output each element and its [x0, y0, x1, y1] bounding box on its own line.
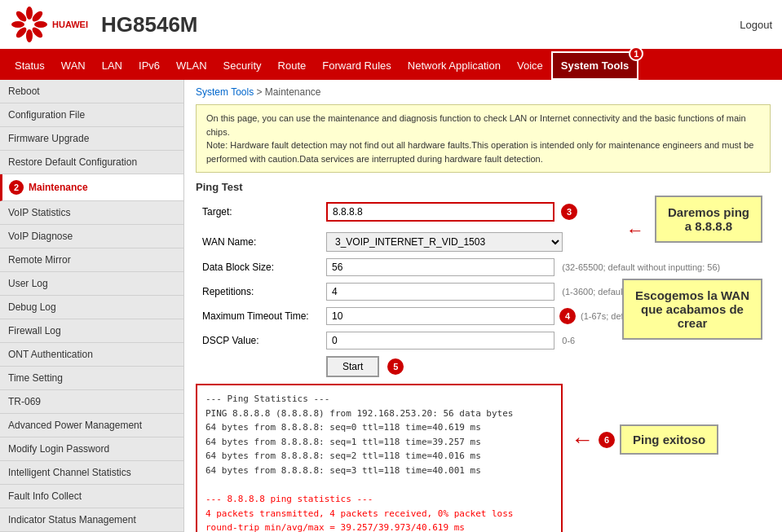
nav-item-route[interactable]: Route	[270, 53, 315, 78]
breadcrumb-current: Maintenance	[265, 86, 321, 98]
dscp-hint: 0-6	[562, 336, 575, 345]
timeout-input[interactable]	[326, 307, 554, 325]
callout-ping-exitoso: Ping exitoso	[620, 424, 718, 455]
svg-point-4	[26, 29, 33, 42]
ping-badge-5: 5	[387, 358, 404, 375]
sidebar-item-voip-diagnose[interactable]: VoIP Diagnose	[0, 225, 183, 248]
ping-target-cell: 3	[326, 198, 577, 226]
ping-output-line-1: --- Ping Statistics ---	[205, 392, 553, 407]
start-button[interactable]: Start	[326, 356, 379, 377]
ping-badge-4: 4	[559, 308, 576, 324]
info-box-text: On this page, you can use the maintenanc…	[206, 113, 753, 164]
arrow-left-icon: ←	[571, 429, 594, 451]
wan-name-label: WAN Name:	[196, 229, 326, 255]
brand-label: HUAWEI	[52, 20, 88, 29]
svg-point-0	[26, 7, 33, 20]
nav-item-wan[interactable]: WAN	[53, 53, 94, 78]
ping-output-wrapper: --- Ping Statistics --- PING 8.8.8.8 (8.…	[196, 384, 771, 532]
callout-escogemos-wan: Escogemos la WANque acabamos decrear	[622, 279, 762, 340]
ping-output-stats-2: round-trip min/avg/max = 39.257/39.973/4…	[205, 521, 553, 532]
ping-output: --- Ping Statistics --- PING 8.8.8.8 (8.…	[196, 384, 563, 532]
logout-button[interactable]: Logout	[740, 19, 772, 31]
huawei-logo-icon	[10, 5, 49, 44]
sidebar-item-fault-info[interactable]: Fault Info Collect	[0, 485, 183, 508]
nav-item-ipv6[interactable]: IPv6	[130, 53, 168, 78]
info-box: On this page, you can use the maintenanc…	[196, 104, 771, 173]
sidebar-item-modify-password[interactable]: Modify Login Password	[0, 437, 183, 461]
svg-point-3	[30, 25, 44, 39]
ping-output-line-4: 64 bytes from 8.8.8.8: seq=1 ttl=118 tim…	[205, 435, 553, 450]
ping-output-line-3: 64 bytes from 8.8.8.8: seq=0 ttl=118 tim…	[205, 420, 553, 435]
ping-badge-3: 3	[561, 204, 577, 220]
nav-item-network-app[interactable]: Network Application	[400, 53, 509, 78]
sidebar-item-voip-stats[interactable]: VoIP Statistics	[0, 201, 183, 225]
ping-output-stats-1: 4 packets transmitted, 4 packets receive…	[205, 507, 553, 521]
nav-item-status[interactable]: Status	[7, 53, 53, 78]
breadcrumb-parent[interactable]: System Tools	[196, 86, 254, 98]
data-block-label: Data Block Size:	[196, 255, 326, 279]
ping-output-line-6: 64 bytes from 8.8.8.8: seq=3 ttl=118 tim…	[205, 464, 553, 478]
dscp-input[interactable]	[326, 332, 554, 350]
main-layout: Reboot Configuration File Firmware Upgra…	[0, 80, 782, 532]
ping-output-blank	[205, 478, 553, 493]
ping-test-section: Ping Test Target: 3 WAN Name: 3_VOIP_INT…	[196, 181, 771, 532]
sidebar-item-time-setting[interactable]: Time Setting	[0, 367, 183, 390]
sidebar-item-user-log[interactable]: User Log	[0, 272, 183, 296]
data-block-cell: (32-65500; default without inputting: 56…	[326, 255, 723, 279]
sidebar-item-firmware[interactable]: Firmware Upgrade	[0, 127, 183, 151]
ping-output-stats-title: --- 8.8.8.8 ping statistics ---	[205, 492, 553, 507]
sidebar-item-restore[interactable]: Restore Default Configuration	[0, 151, 183, 174]
sidebar-item-power-mgmt[interactable]: Advanced Power Management	[0, 414, 183, 437]
sidebar-item-channel-stats[interactable]: Intelligent Channel Statistics	[0, 461, 183, 485]
svg-point-2	[34, 21, 47, 28]
svg-point-5	[15, 25, 29, 39]
logo-area: HUAWEI	[10, 5, 88, 44]
ping-output-line-5: 64 bytes from 8.8.8.8: seq=2 ttl=118 tim…	[205, 449, 553, 464]
breadcrumb: System Tools > Maintenance	[196, 86, 771, 98]
nav-item-voice[interactable]: Voice	[509, 53, 551, 78]
breadcrumb-separator: >	[256, 86, 264, 98]
repetitions-input[interactable]	[326, 283, 554, 301]
ping-target-label: Target:	[196, 198, 326, 226]
ping-target-row: Target: 3	[196, 198, 577, 226]
wan-name-select[interactable]: 3_VOIP_INTERNET_R_VID_1503 1_TR069_INTER…	[326, 232, 563, 252]
sidebar-item-config-file[interactable]: Configuration File	[0, 103, 183, 127]
ping-output-line-2: PING 8.8.8.8 (8.8.8.8) from 192.168.253.…	[205, 407, 553, 421]
repetitions-label: Repetitions:	[196, 279, 326, 304]
sidebar-item-ont-auth[interactable]: ONT Authentication	[0, 343, 183, 367]
sidebar-item-maintenance[interactable]: 2 Maintenance	[0, 174, 183, 201]
data-block-hint: (32-65500; default without inputting: 56…	[562, 262, 720, 272]
ping-target-input[interactable]	[326, 202, 554, 222]
sidebar-item-debug-log[interactable]: Debug Log	[0, 296, 183, 319]
nav-item-lan[interactable]: LAN	[94, 53, 130, 78]
sidebar-item-remote-mirror[interactable]: Remote Mirror	[0, 248, 183, 272]
arrow-to-target: ←	[626, 220, 644, 241]
nav-item-forward-rules[interactable]: Forward Rules	[314, 53, 400, 78]
sidebar-item-indicator-status[interactable]: Indicator Status Management	[0, 508, 183, 532]
dscp-label: DSCP Value:	[196, 328, 326, 353]
svg-point-1	[30, 10, 44, 24]
nav-item-wlan[interactable]: WLAN	[168, 53, 215, 78]
svg-point-6	[11, 21, 24, 28]
device-model: HG8546M	[101, 12, 740, 37]
sidebar-item-tr069[interactable]: TR-069	[0, 390, 183, 414]
svg-point-7	[15, 10, 29, 24]
nav-badge-1: 1	[629, 46, 643, 61]
header: HUAWEI HG8546M Logout	[0, 0, 782, 51]
nav-item-security[interactable]: Security	[215, 53, 270, 78]
ping-result-annotation: ← 6 Ping exitoso	[571, 424, 718, 455]
callout-daremos-ping: Daremos pinga 8.8.8.8	[655, 196, 762, 243]
timeout-label: Maximum Timeout Time:	[196, 304, 326, 328]
sidebar: Reboot Configuration File Firmware Upgra…	[0, 80, 184, 532]
ping-test-title: Ping Test	[196, 181, 771, 193]
sidebar-item-firewall-log[interactable]: Firewall Log	[0, 319, 183, 343]
ping-badge-6: 6	[599, 432, 615, 448]
content-area: System Tools > Maintenance On this page,…	[184, 80, 782, 532]
sidebar-item-reboot[interactable]: Reboot	[0, 80, 183, 103]
maintenance-badge: 2	[9, 180, 24, 195]
nav-bar: Status WAN LAN IPv6 WLAN Security Route …	[0, 51, 782, 80]
ping-form-table: Target: 3	[196, 198, 577, 226]
data-block-input[interactable]	[326, 258, 554, 276]
nav-item-system-tools[interactable]: System Tools 1	[551, 51, 639, 80]
start-button-row: Start 5	[326, 356, 771, 377]
